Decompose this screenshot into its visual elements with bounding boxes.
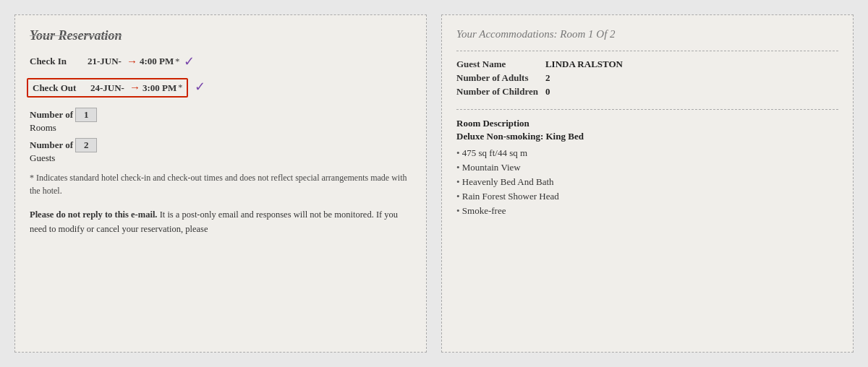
amenity-item: Mountain View xyxy=(456,160,838,175)
rooms-row: Number of 1 Rooms xyxy=(30,108,412,134)
amenity-item: Heavenly Bed And Bath xyxy=(456,175,838,189)
top-divider xyxy=(456,51,838,51)
guests-label: Number of 2 xyxy=(30,139,97,150)
checkin-asterisk: * xyxy=(175,56,179,67)
guests-value: 2 xyxy=(75,138,97,152)
checkin-row: Check In 21-JUN- → 4:00 PM * ✓ xyxy=(30,53,412,69)
notice: Please do not reply to this e-mail. It i… xyxy=(30,207,412,236)
reservation-panel: Your Reservation Check In 21-JUN- → 4:00… xyxy=(14,14,427,353)
accommodations-title: Your Accommodations: Room 1 Of 2 xyxy=(456,28,838,40)
checkin-label: Check In xyxy=(30,56,88,67)
checkin-arrow: → xyxy=(127,56,137,68)
rooms-label: Number of 1 xyxy=(30,109,97,120)
adults-value: 2 xyxy=(545,72,838,84)
checkout-box: Check Out 24-JUN- → 3:00 PM * xyxy=(27,78,188,98)
rooms-label2: Rooms xyxy=(30,122,56,133)
reservation-title: Your Reservation xyxy=(30,28,412,43)
children-label: Number of Children xyxy=(456,86,538,98)
amenity-item: Smoke-free xyxy=(456,204,838,218)
amenity-item: 475 sq ft/44 sq m xyxy=(456,146,838,160)
guest-info-grid: Guest Name LINDA RALSTON Number of Adult… xyxy=(456,59,838,98)
adults-label: Number of Adults xyxy=(456,72,538,84)
amenities-list: 475 sq ft/44 sq mMountain ViewHeavenly B… xyxy=(456,146,838,218)
mid-divider xyxy=(456,109,838,110)
checkout-asterisk: * xyxy=(178,82,182,93)
guests-row: Number of 2 Guests xyxy=(30,138,412,164)
amenity-item: Rain Forest Shower Head xyxy=(456,189,838,204)
notice-bold: Please do not reply to this e-mail. xyxy=(30,210,158,220)
checkout-wrapper: Check Out 24-JUN- → 3:00 PM * ✓ xyxy=(30,75,412,103)
room-description-title: Room Description Deluxe Non-smoking: Kin… xyxy=(456,117,838,143)
rooms-value: 1 xyxy=(75,108,97,122)
checkin-checkmark: ✓ xyxy=(184,53,195,69)
checkin-time: 4:00 PM xyxy=(140,56,174,67)
checkin-date: 21-JUN- xyxy=(88,56,122,67)
checkout-time: 3:00 PM xyxy=(142,82,176,94)
guests-label2: Guests xyxy=(30,152,55,163)
accommodations-panel: Your Accommodations: Room 1 Of 2 Guest N… xyxy=(441,14,854,353)
children-value: 0 xyxy=(545,86,838,98)
checkout-label: Check Out xyxy=(33,82,90,94)
guest-name-value: LINDA RALSTON xyxy=(545,59,838,70)
guest-name-label: Guest Name xyxy=(456,59,538,70)
checkout-arrow: → xyxy=(129,82,140,94)
checkout-checkmark: ✓ xyxy=(195,79,205,94)
footnote: * Indicates standard hotel check-in and … xyxy=(30,171,412,197)
checkout-date: 24-JUN- xyxy=(90,82,124,94)
